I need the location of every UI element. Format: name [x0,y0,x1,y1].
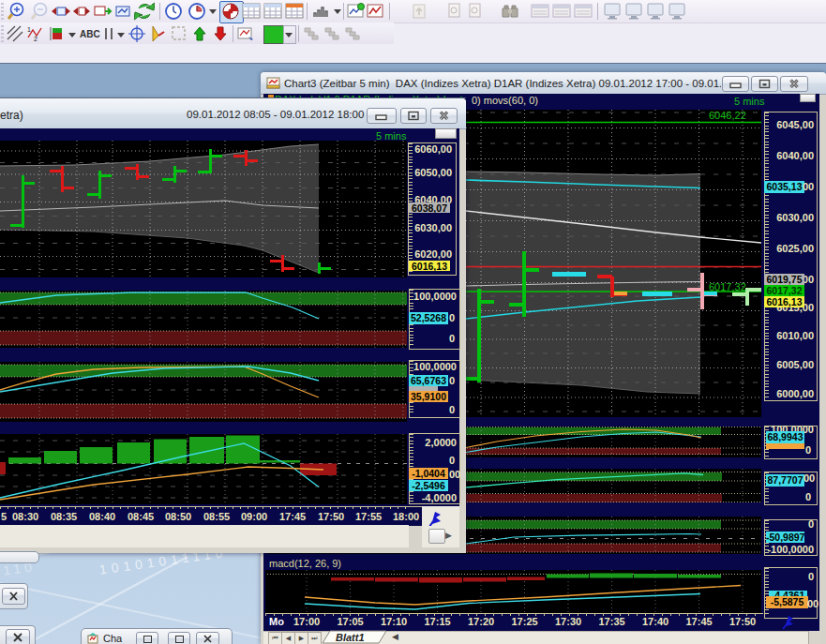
svg-text:2: 2 [34,36,38,42]
svg-text:ABC: ABC [80,29,100,39]
svg-text:1: 1 [27,26,31,33]
